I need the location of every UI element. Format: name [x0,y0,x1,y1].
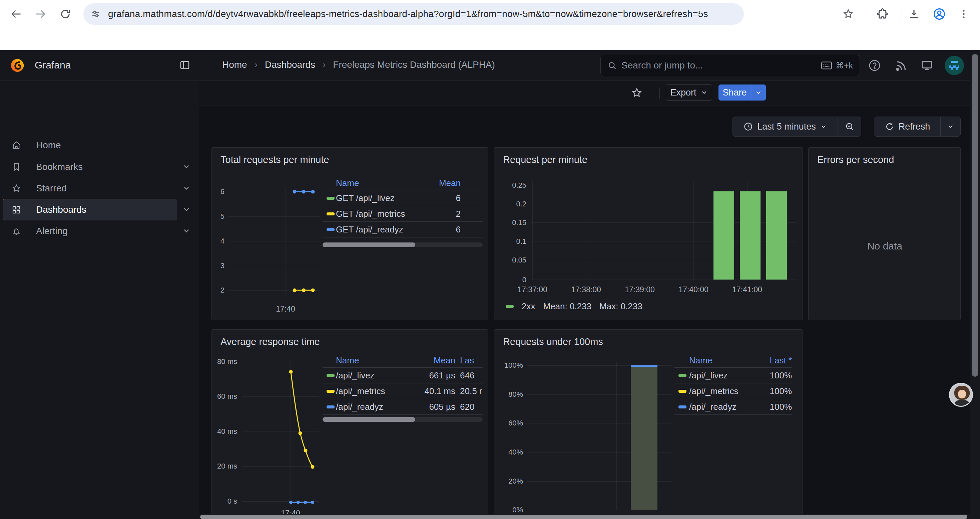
chevron-down-icon[interactable] [182,227,191,235]
user-avatar[interactable] [944,56,964,75]
breadcrumb-current: Freeleaps Metrics Dashboard (ALPHA) [333,59,495,70]
legend-row[interactable]: /api/_metrics 100% [675,383,792,399]
breadcrumb-dashboards[interactable]: Dashboards [265,59,315,70]
legend-scrollbar[interactable] [323,417,483,422]
time-range-picker[interactable]: Last 5 minutes [733,117,838,136]
url-text: grafana.mathmast.com/d/deytv4rwavabkb/fr… [108,9,708,19]
legend-row[interactable]: /api/_metrics 40.1 ms 20.5 r [323,383,483,399]
grafana-logo[interactable] [10,58,25,73]
legend-header-last[interactable]: Las [460,355,483,366]
series-name: /api/_readyz [336,402,416,412]
legend-header-last[interactable]: Last * [756,355,792,366]
vertical-scrollbar-thumb[interactable] [972,54,978,377]
legend-header-name[interactable]: Name [336,178,423,188]
series-color-pill [678,374,686,377]
sidebar-item-bookmarks[interactable]: Bookmarks [3,156,177,178]
legend-header-name[interactable]: Name [689,355,756,366]
export-button[interactable]: Export [666,85,712,101]
series-mean: Mean: 0.233 [543,301,592,311]
panel-title: Errors per second [817,154,894,165]
series-color-pill [326,390,334,393]
legend: 2xx Mean: 0.233 Max: 0.233 [506,301,643,311]
legend-header-row: Name Mean Las [323,354,483,368]
series-mean: 605 µs [416,402,455,412]
actions-divider [659,88,660,99]
floating-avatar[interactable] [949,383,973,407]
bookmark-icon [11,162,21,172]
refresh-icon [885,121,895,132]
browser-back-button[interactable] [10,8,22,20]
panel-request-per-minute: Request per minute 0.25 0.2 0.15 0.1 0.0… [494,147,803,320]
no-data-message: No data [808,241,961,252]
legend-row[interactable]: GET /api/_livez 6 [323,190,483,206]
browser-forward-button[interactable] [35,8,47,20]
legend-row[interactable]: /api/_livez 661 µs 646 [323,368,483,383]
series-color-pill [326,197,334,200]
legend-row[interactable]: /api/_readyz 100% [675,399,792,415]
chevron-down-icon[interactable] [182,184,191,192]
share-menu-button[interactable] [751,85,766,101]
avatar-art [958,390,966,398]
help-button[interactable] [868,59,881,72]
extensions-button[interactable] [877,8,889,20]
help-icon [868,59,881,72]
sidebar-toggle-button[interactable] [179,59,191,71]
breadcrumb-home[interactable]: Home [222,59,247,70]
time-controls-group: Last 5 minutes [732,117,861,137]
downloads-button[interactable] [908,8,920,20]
toolbar-divider [900,7,901,22]
favorite-dashboard-button[interactable] [631,87,643,99]
bookmark-page-button[interactable] [842,8,854,20]
legend-row[interactable]: GET /api/_readyz 6 [323,222,483,238]
refresh-button[interactable]: Refresh [874,117,940,136]
legend-header-name[interactable]: Name [336,355,416,366]
legend-row[interactable]: /api/_livez 100% [675,368,792,383]
legend-row[interactable]: /api/_readyz 605 µs 620 [323,399,483,415]
grafana-logo-icon [10,58,25,73]
legend-header-mean[interactable]: Mean [416,355,455,366]
refresh-label: Refresh [899,121,930,132]
y-tick: 100% [494,361,523,370]
legend-header-mean[interactable]: Mean [423,178,461,188]
chevron-down-icon[interactable] [182,205,191,214]
series-color-pill [678,390,686,393]
sidebar-item-starred[interactable]: Starred [3,178,177,199]
search-placeholder: Search or jump to... [621,60,821,71]
horizontal-scrollbar-thumb[interactable] [200,515,967,519]
display-button[interactable] [920,59,934,72]
shortcut-text: ⌘+k [835,61,853,70]
sidebar-item-alerting[interactable]: Alerting [3,220,177,242]
browser-profile-button[interactable] [932,7,946,21]
series-last: 620 [460,402,483,412]
browser-reload-button[interactable] [59,8,72,20]
series-last: 100% [756,402,792,412]
refresh-interval-button[interactable] [940,117,960,136]
bookmarks-bar: Freeleaps 收藏博客 [0,28,980,50]
clock-icon [743,121,753,132]
y-tick: 0.1 [494,237,527,246]
series-name[interactable]: 2xx [522,301,535,311]
legend-scrollbar[interactable] [323,243,483,247]
sidebar-item-label: Dashboards [36,204,86,215]
news-button[interactable] [894,59,908,72]
scrollbar-thumb[interactable] [323,417,415,422]
sidebar-item-home[interactable]: Home [3,134,177,156]
search-input[interactable]: Search or jump to... ⌘+k [600,55,860,76]
chevron-down-icon [947,123,954,130]
panel-requests-under-100ms: Requests under 100ms 100% 80% 60% 40% 20… [494,329,803,519]
legend-row[interactable]: GET /api/_metrics 2 [323,206,483,222]
series-mean: 40.1 ms [416,386,455,396]
y-tick: 0% [494,506,523,514]
chevron-down-icon[interactable] [182,162,191,171]
y-tick: 0.15 [494,219,527,227]
sidebar-item-label: Starred [36,183,67,194]
sidebar-item-dashboards[interactable]: Dashboards [3,199,177,220]
series-color-pill [326,406,334,409]
scrollbar-thumb[interactable] [323,243,415,247]
x-tick: 17:38:00 [563,285,609,294]
address-bar[interactable]: grafana.mathmast.com/d/deytv4rwavabkb/fr… [83,3,744,25]
y-tick: 0.05 [494,256,527,265]
share-button[interactable]: Share [719,85,751,101]
zoom-out-time-button[interactable] [838,117,861,136]
browser-menu-button[interactable] [958,8,969,20]
